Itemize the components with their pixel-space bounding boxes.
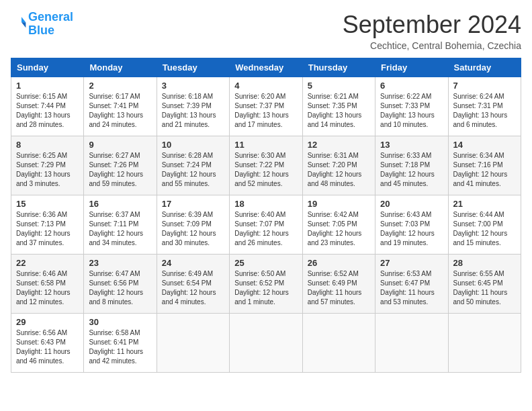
- logo-text-line2: Blue: [28, 24, 73, 38]
- day-info: Sunrise: 6:49 AM Sunset: 6:54 PM Dayligh…: [162, 269, 224, 307]
- day-number: 27: [380, 258, 443, 268]
- day-number: 21: [453, 199, 516, 209]
- calendar-week-row: 15Sunrise: 6:36 AM Sunset: 7:13 PM Dayli…: [11, 195, 521, 255]
- calendar-cell: [230, 314, 302, 373]
- column-header-thursday: Thursday: [302, 58, 375, 77]
- day-number: 6: [380, 81, 443, 91]
- calendar-cell: 10Sunrise: 6:28 AM Sunset: 7:24 PM Dayli…: [157, 136, 229, 195]
- day-number: 1: [16, 81, 79, 91]
- calendar-cell: 24Sunrise: 6:49 AM Sunset: 6:54 PM Dayli…: [157, 255, 229, 314]
- logo-icon: [11, 15, 27, 31]
- calendar-cell: 16Sunrise: 6:37 AM Sunset: 7:11 PM Dayli…: [84, 195, 157, 255]
- day-info: Sunrise: 6:47 AM Sunset: 6:56 PM Dayligh…: [89, 269, 151, 307]
- calendar-table: SundayMondayTuesdayWednesdayThursdayFrid…: [11, 58, 521, 373]
- day-info: Sunrise: 6:28 AM Sunset: 7:24 PM Dayligh…: [162, 151, 224, 189]
- day-number: 11: [234, 140, 297, 150]
- day-info: Sunrise: 6:36 AM Sunset: 7:13 PM Dayligh…: [16, 210, 79, 248]
- calendar-cell: 5Sunrise: 6:21 AM Sunset: 7:35 PM Daylig…: [302, 77, 375, 136]
- calendar-week-row: 22Sunrise: 6:46 AM Sunset: 6:58 PM Dayli…: [11, 255, 521, 314]
- day-info: Sunrise: 6:24 AM Sunset: 7:31 PM Dayligh…: [453, 92, 516, 130]
- column-header-sunday: Sunday: [11, 58, 84, 77]
- day-info: Sunrise: 6:33 AM Sunset: 7:18 PM Dayligh…: [380, 151, 443, 189]
- day-number: 5: [308, 81, 370, 91]
- calendar-body: 1Sunrise: 6:15 AM Sunset: 7:44 PM Daylig…: [11, 77, 521, 373]
- calendar-week-row: 29Sunrise: 6:56 AM Sunset: 6:43 PM Dayli…: [11, 314, 521, 373]
- day-number: 4: [234, 81, 297, 91]
- day-info: Sunrise: 6:15 AM Sunset: 7:44 PM Dayligh…: [16, 92, 79, 130]
- calendar-week-row: 1Sunrise: 6:15 AM Sunset: 7:44 PM Daylig…: [11, 77, 521, 136]
- calendar-cell: 19Sunrise: 6:42 AM Sunset: 7:05 PM Dayli…: [302, 195, 375, 255]
- day-number: 28: [453, 258, 516, 268]
- day-info: Sunrise: 6:21 AM Sunset: 7:35 PM Dayligh…: [308, 92, 370, 130]
- day-number: 29: [16, 317, 79, 327]
- calendar-cell: 17Sunrise: 6:39 AM Sunset: 7:09 PM Dayli…: [157, 195, 229, 255]
- calendar-cell: 18Sunrise: 6:40 AM Sunset: 7:07 PM Dayli…: [230, 195, 302, 255]
- calendar-cell: 28Sunrise: 6:55 AM Sunset: 6:45 PM Dayli…: [448, 255, 521, 314]
- day-number: 18: [234, 199, 297, 209]
- day-number: 23: [89, 258, 151, 268]
- calendar-cell: [302, 314, 375, 373]
- day-info: Sunrise: 6:40 AM Sunset: 7:07 PM Dayligh…: [234, 210, 297, 248]
- day-number: 10: [162, 140, 224, 150]
- day-number: 24: [162, 258, 224, 268]
- calendar-cell: 3Sunrise: 6:18 AM Sunset: 7:39 PM Daylig…: [157, 77, 229, 136]
- calendar-cell: 30Sunrise: 6:58 AM Sunset: 6:41 PM Dayli…: [84, 314, 157, 373]
- calendar-cell: [157, 314, 229, 373]
- day-info: Sunrise: 6:39 AM Sunset: 7:09 PM Dayligh…: [162, 210, 224, 248]
- day-number: 19: [308, 199, 370, 209]
- calendar-cell: 8Sunrise: 6:25 AM Sunset: 7:29 PM Daylig…: [11, 136, 84, 195]
- calendar-cell: [375, 314, 448, 373]
- day-info: Sunrise: 6:42 AM Sunset: 7:05 PM Dayligh…: [308, 210, 370, 248]
- calendar-cell: 1Sunrise: 6:15 AM Sunset: 7:44 PM Daylig…: [11, 77, 84, 136]
- calendar-cell: 4Sunrise: 6:20 AM Sunset: 7:37 PM Daylig…: [230, 77, 302, 136]
- day-info: Sunrise: 6:30 AM Sunset: 7:22 PM Dayligh…: [234, 151, 297, 189]
- day-info: Sunrise: 6:25 AM Sunset: 7:29 PM Dayligh…: [16, 151, 79, 189]
- page-header: General Blue September 2024 Cechtice, Ce…: [11, 11, 521, 51]
- day-info: Sunrise: 6:53 AM Sunset: 6:47 PM Dayligh…: [380, 269, 443, 307]
- calendar-cell: 13Sunrise: 6:33 AM Sunset: 7:18 PM Dayli…: [375, 136, 448, 195]
- day-number: 7: [453, 81, 516, 91]
- day-info: Sunrise: 6:27 AM Sunset: 7:26 PM Dayligh…: [89, 151, 151, 189]
- calendar-cell: 2Sunrise: 6:17 AM Sunset: 7:41 PM Daylig…: [84, 77, 157, 136]
- svg-marker-1: [21, 22, 26, 28]
- calendar-cell: 21Sunrise: 6:44 AM Sunset: 7:00 PM Dayli…: [448, 195, 521, 255]
- svg-marker-0: [21, 17, 26, 22]
- day-info: Sunrise: 6:44 AM Sunset: 7:00 PM Dayligh…: [453, 210, 516, 248]
- day-number: 30: [89, 317, 151, 327]
- day-number: 12: [308, 140, 370, 150]
- calendar-cell: 9Sunrise: 6:27 AM Sunset: 7:26 PM Daylig…: [84, 136, 157, 195]
- day-number: 2: [89, 81, 151, 91]
- calendar-cell: 12Sunrise: 6:31 AM Sunset: 7:20 PM Dayli…: [302, 136, 375, 195]
- day-number: 9: [89, 140, 151, 150]
- day-number: 20: [380, 199, 443, 209]
- day-info: Sunrise: 6:22 AM Sunset: 7:33 PM Dayligh…: [380, 92, 443, 130]
- day-number: 3: [162, 81, 224, 91]
- column-header-wednesday: Wednesday: [230, 58, 302, 77]
- day-info: Sunrise: 6:46 AM Sunset: 6:58 PM Dayligh…: [16, 269, 79, 307]
- day-info: Sunrise: 6:37 AM Sunset: 7:11 PM Dayligh…: [89, 210, 151, 248]
- day-info: Sunrise: 6:18 AM Sunset: 7:39 PM Dayligh…: [162, 92, 224, 130]
- calendar-week-row: 8Sunrise: 6:25 AM Sunset: 7:29 PM Daylig…: [11, 136, 521, 195]
- calendar-cell: 25Sunrise: 6:50 AM Sunset: 6:52 PM Dayli…: [230, 255, 302, 314]
- day-info: Sunrise: 6:31 AM Sunset: 7:20 PM Dayligh…: [308, 151, 370, 189]
- logo: General Blue: [11, 11, 73, 38]
- day-info: Sunrise: 6:20 AM Sunset: 7:37 PM Dayligh…: [234, 92, 297, 130]
- calendar-cell: 11Sunrise: 6:30 AM Sunset: 7:22 PM Dayli…: [230, 136, 302, 195]
- calendar-cell: 26Sunrise: 6:52 AM Sunset: 6:49 PM Dayli…: [302, 255, 375, 314]
- day-info: Sunrise: 6:55 AM Sunset: 6:45 PM Dayligh…: [453, 269, 516, 307]
- calendar-cell: 7Sunrise: 6:24 AM Sunset: 7:31 PM Daylig…: [448, 77, 521, 136]
- calendar-cell: 22Sunrise: 6:46 AM Sunset: 6:58 PM Dayli…: [11, 255, 84, 314]
- location-subtitle: Cechtice, Central Bohemia, Czechia: [343, 40, 521, 51]
- calendar-cell: 6Sunrise: 6:22 AM Sunset: 7:33 PM Daylig…: [375, 77, 448, 136]
- day-number: 8: [16, 140, 79, 150]
- day-info: Sunrise: 6:17 AM Sunset: 7:41 PM Dayligh…: [89, 92, 151, 130]
- day-info: Sunrise: 6:52 AM Sunset: 6:49 PM Dayligh…: [308, 269, 370, 307]
- calendar-cell: 27Sunrise: 6:53 AM Sunset: 6:47 PM Dayli…: [375, 255, 448, 314]
- day-number: 17: [162, 199, 224, 209]
- calendar-cell: 29Sunrise: 6:56 AM Sunset: 6:43 PM Dayli…: [11, 314, 84, 373]
- column-header-friday: Friday: [375, 58, 448, 77]
- day-info: Sunrise: 6:43 AM Sunset: 7:03 PM Dayligh…: [380, 210, 443, 248]
- title-block: September 2024 Cechtice, Central Bohemia…: [343, 11, 521, 51]
- day-info: Sunrise: 6:58 AM Sunset: 6:41 PM Dayligh…: [89, 328, 151, 366]
- day-info: Sunrise: 6:56 AM Sunset: 6:43 PM Dayligh…: [16, 328, 79, 366]
